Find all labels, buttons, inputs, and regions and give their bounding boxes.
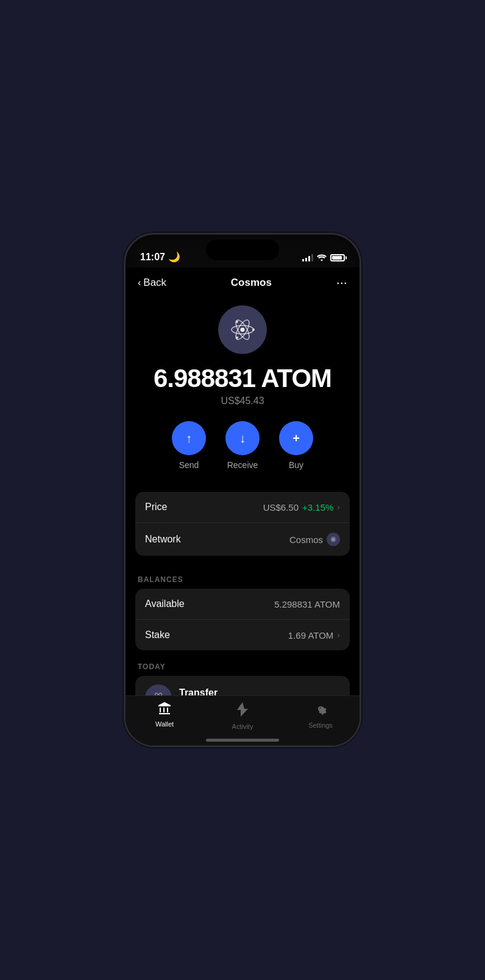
wallet-icon: [157, 702, 172, 718]
today-header: TODAY: [126, 650, 359, 676]
buy-plus-icon: +: [292, 431, 300, 446]
stake-chevron-icon: ›: [337, 630, 340, 640]
more-button[interactable]: ···: [336, 275, 347, 291]
receive-icon-circle: ↓: [225, 421, 260, 455]
price-chevron-icon: ›: [337, 502, 340, 512]
action-buttons: ↑ Send ↓ Receive + Buy: [172, 421, 313, 470]
buy-label: Buy: [289, 460, 303, 470]
balance-card: Available 5.298831 ATOM Stake 1.69 ATOM …: [135, 589, 350, 650]
receive-arrow-icon: ↓: [239, 431, 246, 446]
network-icon: [327, 533, 340, 546]
send-icon-circle: ↑: [172, 421, 206, 455]
price-change: +3.15%: [302, 502, 333, 513]
receive-label: Receive: [227, 460, 258, 470]
screen-content[interactable]: ‹ Back Cosmos ···: [126, 268, 359, 745]
atom-icon: [227, 314, 258, 345]
activity-icon: [237, 702, 248, 720]
status-time: 11:07 🌙: [140, 251, 180, 263]
svg-point-0: [241, 328, 245, 332]
available-amount: 5.298831 ATOM: [274, 599, 340, 609]
home-indicator: [206, 739, 279, 742]
back-label: Back: [143, 277, 166, 289]
network-label: Network: [145, 534, 181, 545]
moon-icon: 🌙: [168, 251, 180, 263]
nav-item-settings[interactable]: Settings: [281, 702, 359, 729]
phone-frame: 11:07 🌙: [124, 233, 361, 747]
settings-nav-label: Settings: [308, 722, 333, 729]
wallet-nav-label: Wallet: [155, 720, 174, 728]
back-chevron-icon: ‹: [138, 277, 141, 288]
coin-icon: [218, 305, 267, 354]
send-label: Send: [179, 460, 199, 470]
price-value-group: US$6.50 +3.15% ›: [263, 502, 340, 513]
nav-item-wallet[interactable]: Wallet: [126, 702, 204, 728]
network-row: Network Cosmos: [135, 522, 350, 556]
svg-point-5: [236, 321, 238, 323]
network-name: Cosmos: [289, 534, 323, 545]
battery-icon: [330, 254, 345, 261]
coin-amount-value: 6.988831: [154, 364, 255, 392]
back-button[interactable]: ‹ Back: [138, 277, 166, 289]
network-value-group: Cosmos: [289, 533, 340, 546]
stake-label: Stake: [145, 630, 170, 641]
activity-nav-label: Activity: [232, 723, 253, 730]
stake-amount: 1.69 ATOM: [288, 630, 333, 641]
coin-header: 6.988831 ATOM US$45.43 ↑ Send ↓ Receive: [126, 296, 359, 485]
available-value-group: 5.298831 ATOM: [274, 599, 340, 609]
nav-bar: ‹ Back Cosmos ···: [126, 268, 359, 296]
price-label: Price: [145, 502, 167, 513]
coin-usd-value: US$45.43: [221, 396, 264, 407]
receive-button[interactable]: ↓ Receive: [225, 421, 260, 470]
stake-value-group: 1.69 ATOM ›: [288, 630, 340, 641]
signal-icon: [302, 254, 313, 261]
svg-point-6: [236, 336, 238, 339]
available-row: Available 5.298831 ATOM: [135, 589, 350, 619]
svg-point-7: [333, 539, 334, 540]
price-usd: US$6.50: [263, 502, 299, 513]
balances-header: BALANCES: [126, 563, 359, 589]
wifi-icon: [317, 253, 327, 263]
coin-amount: 6.988831 ATOM: [154, 364, 331, 393]
send-arrow-icon: ↑: [186, 431, 192, 446]
info-card: Price US$6.50 +3.15% › Network Cosmos: [135, 492, 350, 556]
buy-button[interactable]: + Buy: [279, 421, 313, 470]
svg-point-4: [252, 328, 255, 331]
settings-icon: [314, 702, 327, 719]
available-label: Available: [145, 598, 185, 609]
coin-symbol: ATOM: [261, 364, 331, 392]
buy-icon-circle: +: [279, 421, 313, 455]
send-button[interactable]: ↑ Send: [172, 421, 206, 470]
dynamic-island: [206, 240, 279, 260]
stake-row[interactable]: Stake 1.69 ATOM ›: [135, 619, 350, 650]
status-icons: [302, 253, 345, 263]
bottom-nav: Wallet Activity Settings: [126, 695, 359, 745]
nav-item-activity[interactable]: Activity: [204, 702, 281, 730]
price-row[interactable]: Price US$6.50 +3.15% ›: [135, 492, 350, 522]
time-display: 11:07: [140, 252, 165, 263]
page-title: Cosmos: [231, 277, 272, 289]
